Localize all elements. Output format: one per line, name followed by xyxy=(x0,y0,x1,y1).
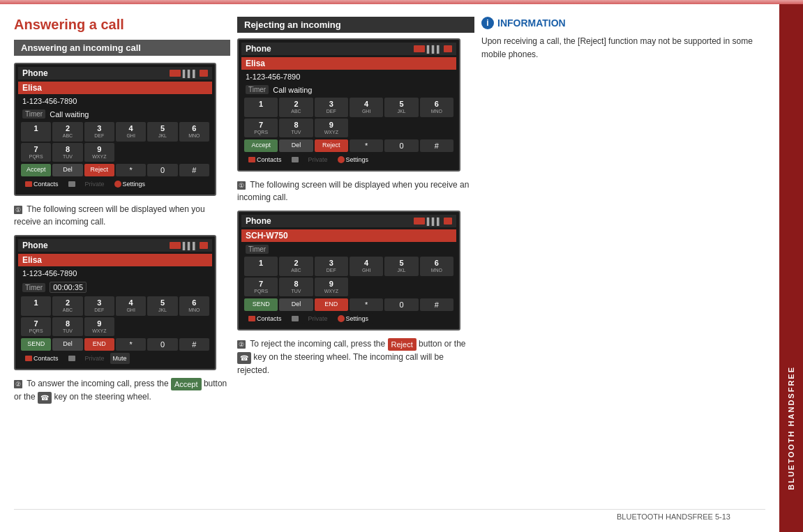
call-waiting-1: Call waiting xyxy=(50,110,89,119)
phone-header-3: Phone ▌▌▌ xyxy=(241,43,456,55)
key-4-2[interactable]: 2ABC xyxy=(279,257,313,276)
phone-label-2: Phone xyxy=(22,241,48,250)
timer-label-2: Timer xyxy=(22,283,45,292)
key-2-6[interactable]: 6MNO xyxy=(179,296,209,316)
key-4-9[interactable]: 9WXYZ xyxy=(315,278,348,297)
key-3-5[interactable]: 5JKL xyxy=(384,98,418,117)
key-4-7[interactable]: 7PQRS xyxy=(244,278,278,297)
hash-button-3[interactable]: # xyxy=(420,139,453,152)
contacts-btn-2[interactable]: Contacts xyxy=(21,353,63,364)
reject-button-3[interactable]: Reject xyxy=(315,139,348,152)
phone-icon xyxy=(200,70,208,77)
key-5[interactable]: 5JKL xyxy=(147,122,177,142)
hash-button-2[interactable]: # xyxy=(179,338,209,351)
private-btn-4[interactable]: Private xyxy=(304,313,332,324)
caller-name-2: Elisa xyxy=(18,254,212,266)
accept-button-3[interactable]: Accept xyxy=(244,139,278,152)
signal-icon: ▌▌▌ xyxy=(183,70,197,77)
phone-icon-btn-4[interactable] xyxy=(287,314,303,324)
del-button-2[interactable]: Del xyxy=(52,338,82,351)
key-3-1[interactable]: 1 xyxy=(244,98,278,117)
timer-row-2: Timer 00:00:35 xyxy=(18,280,212,294)
key-2[interactable]: 2ABC xyxy=(52,122,82,142)
zero-button-1[interactable]: 0 xyxy=(147,164,177,176)
del-button-1[interactable]: Del xyxy=(52,164,82,176)
key-4-6[interactable]: 6MNO xyxy=(420,257,453,276)
phone-gray-icon-1 xyxy=(68,181,75,187)
end-button-2[interactable]: END xyxy=(84,338,114,351)
key-2-8[interactable]: 8TUV xyxy=(52,317,82,337)
note-prefix-4: ② xyxy=(237,340,246,349)
contacts-btn-3[interactable]: Contacts xyxy=(244,154,286,165)
star-button-4[interactable]: * xyxy=(350,298,383,311)
star-button-3[interactable]: * xyxy=(350,139,383,152)
key-2-9[interactable]: 9WXYZ xyxy=(84,317,114,337)
key-3-2[interactable]: 2ABC xyxy=(279,98,313,117)
send-button-4[interactable]: SEND xyxy=(244,298,278,311)
key-3-7[interactable]: 7PQRS xyxy=(244,119,278,138)
subsection-title: Answering an incoming call xyxy=(14,40,230,56)
section-title: Answering a call xyxy=(14,17,230,33)
key-2-7[interactable]: 7PQRS xyxy=(21,317,51,337)
key-4-1[interactable]: 1 xyxy=(244,257,278,276)
key-8[interactable]: 8TUV xyxy=(52,143,82,162)
gear-icon-1 xyxy=(114,181,121,188)
phone-icon-3 xyxy=(444,45,452,52)
key-4[interactable]: 4GHI xyxy=(116,122,146,142)
end-button-4[interactable]: END xyxy=(315,298,348,311)
phone-icon-btn-3[interactable] xyxy=(287,155,303,165)
del-button-3[interactable]: Del xyxy=(279,139,313,152)
key-2-1[interactable]: 1 xyxy=(21,296,51,316)
zero-button-2[interactable]: 0 xyxy=(147,338,177,351)
key-2-3[interactable]: 3DEF xyxy=(84,296,114,316)
private-btn-2[interactable]: Private xyxy=(81,353,109,364)
private-btn-1[interactable]: Private xyxy=(81,178,109,190)
key-3-4[interactable]: 4GHI xyxy=(350,98,383,117)
zero-button-3[interactable]: 0 xyxy=(384,139,418,152)
key-3-3[interactable]: 3DEF xyxy=(315,98,348,117)
key-9[interactable]: 9WXYZ xyxy=(84,143,114,162)
hash-button-1[interactable]: # xyxy=(179,164,209,176)
reject-button-1[interactable]: Reject xyxy=(84,164,114,176)
star-button-1[interactable]: * xyxy=(116,164,146,176)
phone-ui-2: Phone ▌▌▌ Elisa 1-123-456-7890 Timer 00:… xyxy=(14,235,216,370)
star-button-2[interactable]: * xyxy=(116,338,146,351)
phone-icon-btn-1[interactable] xyxy=(64,179,80,189)
timer-label-3: Timer xyxy=(246,85,269,94)
signal-icon-4: ▌▌▌ xyxy=(427,218,442,225)
settings-btn-3[interactable]: Settings xyxy=(333,154,373,165)
phone-header-1: Phone ▌▌▌ xyxy=(18,67,212,79)
key-4-3[interactable]: 3DEF xyxy=(315,257,348,276)
col-right: i INFORMATION Upon receiving a call, the… xyxy=(481,17,765,509)
key-2-4[interactable]: 4GHI xyxy=(116,296,146,316)
settings-btn-1[interactable]: Settings xyxy=(110,178,150,190)
key-6[interactable]: 6MNO xyxy=(179,122,209,142)
key-3-9[interactable]: 9WXYZ xyxy=(315,119,348,138)
key-2-5[interactable]: 5JKL xyxy=(147,296,177,316)
hash-button-4[interactable]: # xyxy=(420,298,453,311)
key-3-6[interactable]: 6MNO xyxy=(420,98,453,117)
page-footer: BLUETOOTH HANDSFREE 5-13 xyxy=(14,509,765,525)
send-button-2[interactable]: SEND xyxy=(21,338,51,351)
phone-icon-btn-2[interactable] xyxy=(64,354,80,363)
key-3-8[interactable]: 8TUV xyxy=(279,119,313,138)
bottom-bar-3: Contacts Private Settings xyxy=(241,154,456,167)
key-2-2[interactable]: 2ABC xyxy=(52,296,82,316)
mute-btn-2[interactable]: Mute xyxy=(110,353,130,364)
key-3[interactable]: 3DEF xyxy=(84,122,114,142)
key-7[interactable]: 7PQRS xyxy=(21,143,51,162)
key-1[interactable]: 1 xyxy=(21,122,51,142)
private-btn-3[interactable]: Private xyxy=(304,154,332,165)
caller-name-3: Elisa xyxy=(241,57,456,70)
accept-button-1[interactable]: Accept xyxy=(21,164,51,176)
key-4-4[interactable]: 4GHI xyxy=(350,257,383,276)
key-4-5[interactable]: 5JKL xyxy=(384,257,418,276)
phone-ui-1: Phone ▌▌▌ Elisa 1-123-456-7890 Timer Cal… xyxy=(14,63,216,196)
settings-btn-4[interactable]: Settings xyxy=(333,313,373,324)
key-4-8[interactable]: 8TUV xyxy=(279,278,313,297)
phone-red-icon-4 xyxy=(248,316,255,321)
contacts-btn-1[interactable]: Contacts xyxy=(21,178,63,190)
zero-button-4[interactable]: 0 xyxy=(384,298,418,311)
contacts-btn-4[interactable]: Contacts xyxy=(244,313,286,324)
del-button-4[interactable]: Del xyxy=(279,298,313,311)
